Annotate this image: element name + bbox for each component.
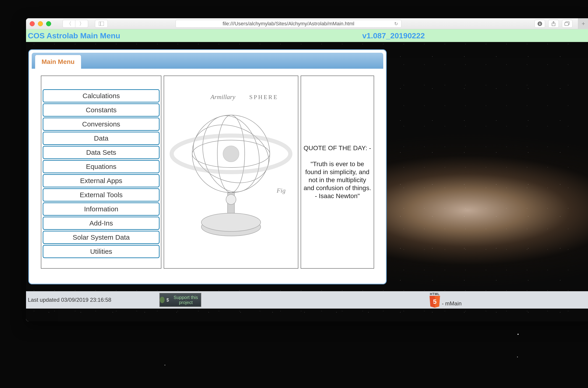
- quote-column: QUOTE OF THE DAY: - "Truth is ever to be…: [301, 75, 374, 269]
- armillary-sphere-image: Armillary SPHERE: [169, 85, 293, 259]
- page-viewport: COS Astrolab Main Menu v1.087_20190222 M…: [26, 29, 588, 321]
- app-version: v1.087_20190222: [362, 31, 425, 40]
- toolbar-right: [535, 20, 572, 28]
- last-updated: Last updated 03/09/2019 23:16:58: [28, 297, 111, 303]
- svg-text:Fig: Fig: [276, 187, 286, 194]
- safari-window: 〈 〉 file:///Users/alchymylab/Sites/Alchy…: [26, 18, 588, 321]
- forward-button[interactable]: 〉: [75, 20, 88, 28]
- html5-badge-area: HTML - mMain: [430, 292, 462, 308]
- window-controls: [30, 21, 51, 26]
- page-id: - mMain: [442, 300, 462, 308]
- svg-point-15: [201, 213, 261, 231]
- menu-information[interactable]: Information: [43, 202, 160, 216]
- app-header: COS Astrolab Main Menu v1.087_20190222: [26, 29, 588, 42]
- cog-icon: [160, 297, 165, 303]
- maximize-button[interactable]: [46, 21, 51, 26]
- new-tab-button[interactable]: +: [578, 18, 588, 29]
- main-panel: Main Menu Calculations Constants Convers…: [28, 49, 387, 284]
- svg-rect-5: [565, 23, 568, 25]
- back-button[interactable]: 〈: [63, 20, 75, 28]
- dollar-icon: $: [166, 297, 169, 303]
- image-label-caps: SPHERE: [249, 94, 278, 100]
- menu-equations[interactable]: Equations: [43, 160, 160, 173]
- tab-bar: Main Menu: [32, 53, 383, 69]
- sidebar-toggle-button[interactable]: [95, 20, 108, 28]
- svg-rect-0: [99, 22, 104, 26]
- panel-body: Calculations Constants Conversions Data …: [32, 69, 383, 273]
- menu-data-sets[interactable]: Data Sets: [43, 146, 160, 159]
- address-bar[interactable]: file:///Users/alchymylab/Sites/Alchymy/A…: [175, 20, 401, 28]
- browser-titlebar: 〈 〉 file:///Users/alchymylab/Sites/Alchy…: [26, 18, 588, 29]
- downloads-button[interactable]: [535, 20, 545, 28]
- menu-conversions[interactable]: Conversions: [43, 118, 160, 131]
- url-text: file:///Users/alchymylab/Sites/Alchymy/A…: [222, 21, 354, 27]
- app-title: COS Astrolab Main Menu: [28, 31, 120, 40]
- reload-icon[interactable]: ↻: [394, 21, 398, 26]
- menu-utilities[interactable]: Utilities: [43, 245, 160, 258]
- menu-data[interactable]: Data: [43, 132, 160, 145]
- html5-icon: [430, 296, 440, 308]
- tab-main-menu[interactable]: Main Menu: [35, 55, 81, 69]
- nav-buttons: 〈 〉: [63, 20, 88, 28]
- tabs-button[interactable]: [562, 20, 572, 28]
- svg-point-16: [226, 194, 236, 204]
- close-button[interactable]: [30, 21, 35, 26]
- menu-solar-system-data[interactable]: Solar System Data: [43, 231, 160, 244]
- menu-external-apps[interactable]: External Apps: [43, 174, 160, 187]
- menu-constants[interactable]: Constants: [43, 103, 160, 117]
- minimize-button[interactable]: [38, 21, 43, 26]
- menu-calculations[interactable]: Calculations: [43, 89, 160, 102]
- support-project-button[interactable]: $ Support this project: [159, 293, 201, 307]
- quote-heading: QUOTE OF THE DAY: -: [304, 145, 371, 152]
- image-label-italic: Armillary: [210, 93, 235, 100]
- support-label: Support this project: [171, 295, 201, 305]
- menu-column: Calculations Constants Conversions Data …: [41, 75, 161, 269]
- quote-text: "Truth is ever to be found in simplicity…: [303, 160, 372, 200]
- share-button[interactable]: [548, 20, 559, 28]
- html5-label: HTML: [430, 292, 440, 296]
- footer-bar: Last updated 03/09/2019 23:16:58 $ Suppo…: [26, 291, 588, 309]
- svg-point-12: [223, 146, 239, 162]
- html5-badge: HTML: [430, 292, 440, 308]
- menu-add-ins[interactable]: Add-Ins: [43, 217, 160, 230]
- image-column: Armillary SPHERE: [164, 75, 298, 269]
- menu-external-tools[interactable]: External Tools: [43, 188, 160, 201]
